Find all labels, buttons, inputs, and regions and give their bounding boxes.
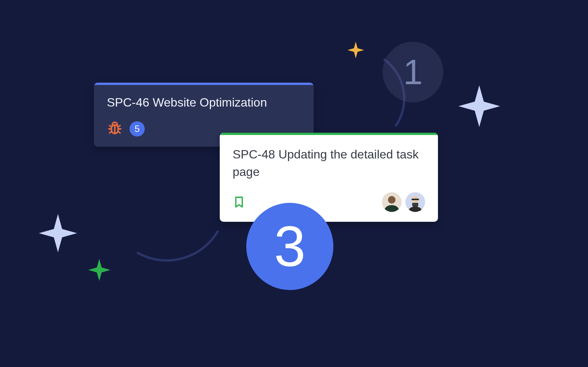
svg-point-5 xyxy=(388,196,396,204)
sparkle-icon xyxy=(87,258,111,282)
task-card-spc-48[interactable]: SPC-48 Updating the detailed task page xyxy=(220,133,438,222)
orbit-arc xyxy=(92,127,241,275)
avatar xyxy=(382,192,402,212)
step-badge-three-label: 3 xyxy=(274,214,305,279)
bookmark-icon xyxy=(233,196,246,209)
assignee-avatars xyxy=(382,192,425,212)
sparkle-icon xyxy=(37,212,79,254)
sparkle-icon xyxy=(347,41,365,59)
task-count-badge: 5 xyxy=(130,121,145,136)
avatar xyxy=(405,192,425,212)
illustration-canvas: 1 SPC-46 Website Optimization xyxy=(0,0,588,367)
step-badge-one-label: 1 xyxy=(403,52,422,92)
step-badge-three: 3 xyxy=(246,203,333,290)
svg-rect-8 xyxy=(411,199,419,200)
task-count-value: 5 xyxy=(134,124,139,134)
bug-icon xyxy=(107,121,123,137)
step-badge-one: 1 xyxy=(383,42,443,102)
task-card-title: SPC-46 Website Optimization xyxy=(107,96,301,110)
sparkle-icon xyxy=(457,83,502,129)
task-card-title: SPC-48 Updating the detailed task page xyxy=(233,146,425,181)
